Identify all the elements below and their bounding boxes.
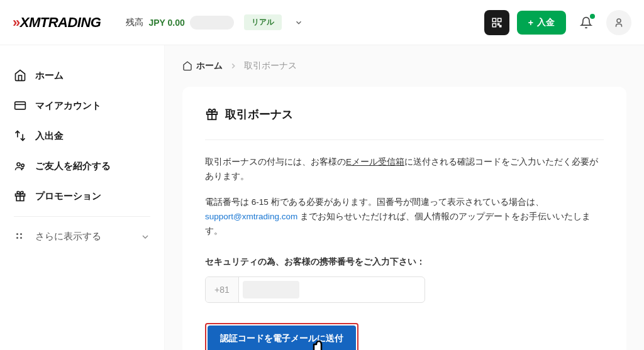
home-icon (14, 69, 26, 82)
balance-masked (190, 16, 234, 30)
svg-point-15 (16, 237, 18, 239)
breadcrumb-current: 取引ボーナス (244, 60, 297, 72)
account-type-badge: リアル (244, 14, 282, 30)
sidebar-item-account[interactable]: マイアカウント (8, 90, 157, 121)
gift-icon (205, 107, 219, 121)
svg-point-8 (17, 163, 20, 166)
svg-rect-4 (499, 25, 501, 26)
deposit-button[interactable]: + 入金 (517, 11, 566, 35)
svg-point-16 (20, 237, 22, 239)
svg-point-9 (21, 164, 24, 167)
chevron-down-icon (140, 232, 150, 242)
transfer-icon (14, 129, 26, 142)
sidebar-item-label: ご友人を紹介する (35, 160, 111, 172)
balance-value: JPY 0.00 (148, 18, 184, 28)
sidebar-item-label: プロモーション (35, 190, 101, 202)
logo: »XMTRADING (13, 14, 101, 31)
gift-icon (14, 190, 26, 202)
sidebar-item-promo[interactable]: プロモーション (8, 181, 157, 211)
sidebar-item-refer[interactable]: ご友人を紹介する (8, 151, 157, 181)
svg-rect-2 (492, 23, 496, 26)
sidebar-item-label: 入出金 (35, 130, 64, 142)
breadcrumb: ホーム 取引ボーナス (182, 60, 626, 72)
sidebar-item-label: ホーム (35, 70, 64, 82)
user-menu-button[interactable] (606, 10, 631, 35)
chevron-right-icon (229, 62, 238, 70)
breadcrumb-home[interactable]: ホーム (182, 60, 223, 72)
svg-rect-0 (492, 18, 496, 21)
page-title: 取引ボーナス (205, 107, 604, 122)
account-dropdown[interactable] (294, 18, 303, 27)
svg-rect-6 (15, 102, 26, 109)
sidebar-item-label: さらに表示する (35, 231, 101, 243)
send-code-button[interactable]: 認証コードを電子メールに送付 (208, 325, 356, 350)
phone-prefix: +81 (206, 277, 239, 302)
qr-code-button[interactable] (484, 10, 509, 35)
phone-field-label: セキュリティの為、お客様の携帯番号をご入力下さい： (205, 256, 604, 268)
info-text-2: 電話番号は 6-15 桁である必要があります。国番号が間違って表示されている場合… (205, 195, 604, 239)
svg-point-14 (20, 233, 22, 235)
card-icon (14, 99, 26, 112)
sidebar-item-funds[interactable]: 入出金 (8, 121, 157, 151)
people-icon (14, 160, 26, 172)
sidebar-item-label: マイアカウント (35, 100, 101, 112)
grid-icon (14, 231, 26, 243)
notifications-button[interactable] (574, 10, 599, 35)
divider (205, 139, 604, 140)
support-email-link[interactable]: support@xmtrading.com (205, 212, 297, 221)
notification-dot-icon (590, 14, 595, 19)
sidebar-item-more[interactable]: さらに表示する (8, 222, 157, 251)
svg-point-13 (16, 233, 18, 235)
phone-input[interactable]: +81 (205, 276, 425, 303)
info-text-1: 取引ボーナスの付与には、お客様のEメール受信箱に送付される確認コードをご入力いた… (205, 155, 604, 184)
home-icon (182, 61, 192, 71)
sidebar-item-home[interactable]: ホーム (8, 60, 157, 90)
plus-icon: + (528, 18, 533, 28)
sidebar-divider (14, 216, 150, 217)
svg-rect-3 (497, 23, 499, 25)
phone-number-masked (243, 281, 299, 298)
deposit-label: 入金 (537, 17, 555, 28)
svg-point-5 (617, 19, 621, 23)
balance-label: 残高 (126, 17, 143, 28)
svg-rect-1 (497, 18, 501, 21)
